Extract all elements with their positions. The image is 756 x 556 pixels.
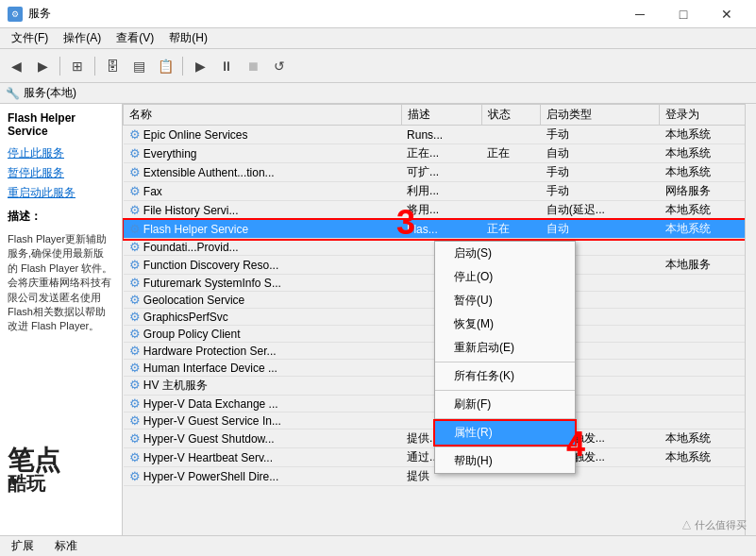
minimize-button[interactable]: ─: [618, 0, 662, 28]
table-row[interactable]: ⚙ Everything正在...正在自动本地系统: [124, 144, 756, 163]
left-panel: Flash Helper Service 停止此服务 暂停此服务 重启动此服务 …: [0, 104, 123, 535]
pause-button[interactable]: ⏸: [214, 54, 239, 78]
context-menu-separator: [435, 390, 575, 391]
context-menu-separator: [435, 446, 575, 447]
maximize-button[interactable]: □: [662, 0, 705, 28]
context-menu-separator: [435, 362, 575, 362]
restart-service-link[interactable]: 重启动此服务: [8, 185, 114, 201]
service-name-cell: ⚙ Hyper-V Heartbeat Serv...: [124, 448, 402, 467]
stop-button[interactable]: ⏹: [241, 54, 265, 78]
context-menu-item[interactable]: 停止(O): [435, 265, 575, 289]
service-list-panel: 名称 描述 状态 启动类型 登录为 ⚙ Epic Online Services…: [123, 104, 756, 535]
up-button[interactable]: ⊞: [65, 54, 90, 78]
service-login-cell: [660, 309, 756, 326]
window-title: 服务: [28, 6, 51, 22]
service-name-cell: ⚙ Hyper-V PowerShell Dire...: [124, 467, 402, 486]
service-name-cell: ⚙ GraphicsPerfSvc: [124, 309, 402, 326]
service-login-cell: [660, 343, 756, 360]
context-menu-item[interactable]: 启动(S): [435, 242, 575, 265]
service-name-cell: ⚙ Futuremark SystemInfo S...: [124, 275, 402, 292]
service-login-cell: 本地系统: [660, 448, 756, 467]
context-menu-item[interactable]: 暂停(U): [435, 289, 575, 312]
service-login-cell: [660, 396, 756, 413]
service-name-cell: ⚙ Fax: [124, 182, 402, 201]
service-startup-cell: 自动(延迟...: [541, 201, 660, 220]
table-row[interactable]: ⚙ Fax利用...手动网络服务: [124, 182, 756, 201]
desc-label: 描述：: [8, 209, 114, 225]
properties-button[interactable]: 📋: [153, 54, 177, 78]
address-bar: 🔧 服务(本地): [0, 83, 756, 104]
toolbar: ◀ ▶ ⊞ 🗄 ▤ 📋 ▶ ⏸ ⏹ ↺: [0, 49, 756, 83]
service-login-cell: [660, 326, 756, 343]
scrollbar[interactable]: [745, 104, 756, 535]
col-desc[interactable]: 描述: [401, 105, 481, 126]
service-desc-cell: 利用...: [401, 182, 481, 201]
context-menu-item[interactable]: 所有任务(K): [435, 364, 575, 388]
menu-file[interactable]: 文件(F): [4, 28, 56, 48]
close-button[interactable]: ✕: [705, 0, 748, 28]
service-startup-cell: 手动: [541, 182, 660, 201]
service-name-cell: ⚙ Hardware Protection Ser...: [124, 343, 402, 360]
table-row[interactable]: ⚙ File History Servi...将用...自动(延迟...本地系统: [124, 201, 756, 220]
service-startup-cell: 自动: [541, 144, 660, 163]
toolbar-sep-2: [94, 57, 95, 76]
tab-expand[interactable]: 扩展: [6, 536, 40, 556]
service-desc-cell: 将用...: [401, 201, 481, 220]
content-area: Flash Helper Service 停止此服务 暂停此服务 重启动此服务 …: [0, 104, 756, 535]
main-window: ⚙ 服务 ─ □ ✕ 文件(F) 操作(A) 查看(V) 帮助(H) ◀ ▶ ⊞…: [0, 0, 756, 556]
back-button[interactable]: ◀: [4, 54, 28, 78]
col-login[interactable]: 登录为: [660, 105, 756, 126]
left-panel-title: Flash Helper Service: [8, 111, 114, 138]
service-name-cell: ⚙ Hyper-V Guest Service In...: [124, 413, 402, 430]
service-name-cell: ⚙ Hyper-V Data Exchange ...: [124, 396, 402, 413]
col-status[interactable]: 状态: [481, 105, 541, 126]
service-login-cell: 网络服务: [660, 182, 756, 201]
toolbar-sep-1: [59, 57, 60, 76]
service-status-cell: 正在: [481, 144, 541, 163]
list-button[interactable]: ▤: [126, 54, 151, 78]
service-desc-cell: 正在...: [401, 144, 481, 163]
service-name-cell: ⚙ Geolocation Service: [124, 292, 402, 309]
service-login-cell: [660, 413, 756, 430]
menu-action[interactable]: 操作(A): [56, 28, 109, 48]
context-menu-item[interactable]: 帮助(H): [435, 449, 575, 473]
context-menu-item[interactable]: 刷新(F): [435, 393, 575, 416]
service-name-cell: ⚙ Group Policy Client: [124, 326, 402, 343]
service-login-cell: 本地系统: [660, 430, 756, 448]
restart-button[interactable]: ↺: [267, 54, 292, 78]
context-menu-item[interactable]: 恢复(M): [435, 312, 575, 336]
menu-view[interactable]: 查看(V): [109, 28, 161, 48]
service-status-cell: [481, 201, 541, 220]
stop-service-link[interactable]: 停止此服务: [8, 145, 114, 161]
service-name-cell: ⚙ Function Discovery Reso...: [124, 256, 402, 275]
service-status-cell: 正在: [481, 220, 541, 239]
service-status-cell: [481, 182, 541, 201]
service-login-cell: [660, 239, 756, 256]
play-button[interactable]: ▶: [188, 54, 212, 78]
show-hide-button[interactable]: 🗄: [100, 54, 125, 78]
pause-service-link[interactable]: 暂停此服务: [8, 165, 114, 181]
service-description: Flash Player更新辅助服务,确保使用最新版的 Flash Player…: [8, 232, 114, 334]
forward-button[interactable]: ▶: [30, 54, 55, 78]
menu-help[interactable]: 帮助(H): [161, 28, 215, 48]
service-login-cell: [660, 360, 756, 377]
context-menu-separator: [435, 418, 575, 419]
service-desc-cell: Runs...: [401, 126, 481, 144]
tab-standard[interactable]: 标准: [49, 536, 83, 556]
service-name-cell: ⚙ HV 主机服务: [124, 377, 402, 396]
tab-bar: 扩展 标准: [0, 535, 756, 556]
table-row[interactable]: ⚙ Extensible Authent...tion...可扩...手动本地系…: [124, 163, 756, 182]
service-login-cell: [660, 377, 756, 396]
table-row[interactable]: ⚙ Flash Helper ServiceFlas...正在自动本地系统: [124, 220, 756, 239]
service-startup-cell: 手动: [541, 163, 660, 182]
table-row[interactable]: ⚙ Epic Online ServicesRuns...手动本地系统: [124, 126, 756, 144]
context-menu: 启动(S)停止(O)暂停(U)恢复(M)重新启动(E)所有任务(K)刷新(F)属…: [434, 241, 576, 474]
context-menu-item[interactable]: 重新启动(E): [435, 336, 575, 360]
context-menu-item[interactable]: 属性(R): [435, 421, 575, 445]
service-login-cell: [660, 467, 756, 486]
service-name-cell: ⚙ Extensible Authent...tion...: [124, 163, 402, 182]
col-name[interactable]: 名称: [124, 105, 402, 126]
service-login-cell: [660, 292, 756, 309]
address-text: 服务(本地): [24, 85, 76, 101]
col-startup[interactable]: 启动类型: [541, 105, 660, 126]
